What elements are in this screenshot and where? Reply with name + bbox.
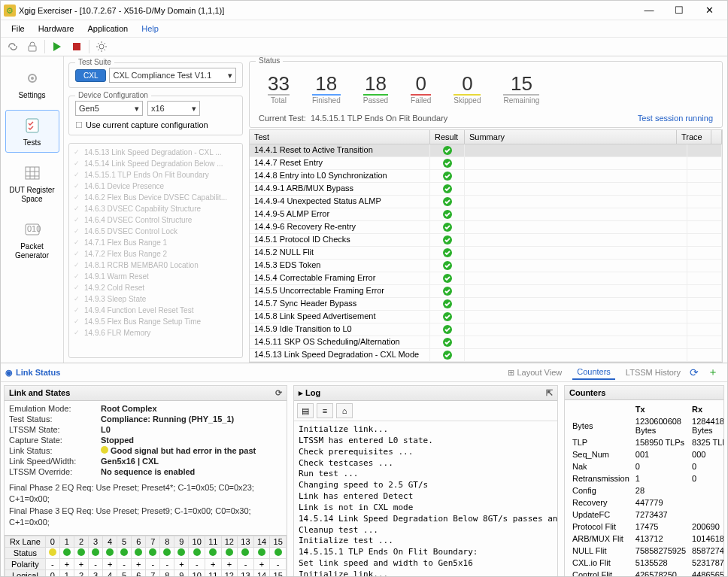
link-status-header: ◉ Link Status (5, 368, 60, 378)
log-body[interactable]: Initialize link... LTSSM has entered L0 … (294, 421, 557, 577)
test-case-item[interactable]: 14.5.14 Link Speed Degradation Below ... (72, 158, 239, 169)
refresh-icon[interactable]: ⟳ (685, 366, 703, 378)
col-tx: Tx (632, 403, 689, 415)
nav-tests[interactable]: Tests (5, 110, 59, 153)
table-row[interactable]: 14.5.11 SKP OS Scheduling/Alternation (250, 336, 722, 349)
log-clear-icon[interactable]: ▤ (297, 403, 314, 418)
layout-view-button[interactable]: ⊞ Layout View (503, 366, 566, 380)
link-icon[interactable] (5, 39, 20, 54)
suite-select-value: CXL Compliance Test V1.1 (113, 71, 211, 80)
counter-row: UpdateFC7273437 (569, 509, 723, 521)
table-row[interactable]: 14.4.9-4 Unexpected Status ALMP (250, 196, 722, 208)
test-suite-group: Test Suite CXL CXL Compliance Test V1.1▾ (68, 62, 243, 88)
lock-icon[interactable] (25, 39, 40, 54)
table-row[interactable]: 14.5.9 Idle Transition to L0 (250, 323, 722, 336)
svg-rect-4 (73, 43, 80, 50)
col-summary[interactable]: Summary (465, 130, 677, 144)
menu-file[interactable]: File (5, 23, 31, 35)
kv-key: Capture State: (9, 436, 98, 445)
minimize-button[interactable]: — (634, 2, 664, 20)
svg-point-5 (99, 44, 104, 49)
kv-val: Stopped (101, 436, 282, 445)
col-test[interactable]: Test (250, 130, 430, 144)
test-case-list[interactable]: 14.5.13 Link Speed Degradation - CXL ...… (68, 143, 243, 358)
log-scroll-icon[interactable]: ≡ (317, 403, 333, 418)
table-row[interactable]: 14.5.3 EDS Token (250, 260, 722, 272)
suite-mode-button[interactable]: CXL (75, 69, 106, 82)
maximize-button[interactable]: ☐ (664, 2, 694, 20)
table-row[interactable]: 14.5.8 Link Speed Advertisement (250, 311, 722, 323)
status-stat: 18Passed (363, 72, 388, 105)
test-case-item[interactable]: 14.9.4 Function Level Reset Test (72, 305, 239, 316)
counter-row: ARB/MUX Flit4137121014618 (569, 533, 723, 545)
kv-val: L0 (101, 425, 282, 434)
table-row[interactable]: 14.5.5 Uncorrectable Framing Error (250, 285, 722, 298)
panel-title: Link and States (9, 388, 70, 398)
test-case-item[interactable]: 14.7.2 Flex Bus Range 2 (72, 248, 239, 260)
test-case-item[interactable]: 14.6.2 Flex Bus Device DVSEC Capabilit..… (72, 192, 239, 203)
kv-val: No sequence is enabled (101, 467, 282, 476)
table-row[interactable]: 14.4.7 Reset Entry (250, 157, 722, 170)
test-case-item[interactable]: 14.9.5 Flex Bus Range Setup Time (72, 316, 239, 327)
svg-rect-9 (26, 167, 39, 179)
test-case-item[interactable]: 14.6.1 Device Presence (72, 181, 239, 192)
counter-row: Protocol Flit17475200690 (569, 521, 723, 533)
gear-icon[interactable] (94, 39, 109, 54)
stop-icon[interactable] (69, 39, 84, 54)
test-case-item[interactable]: 14.9.2 Cold Reset (72, 282, 239, 293)
status-stat: 0Skipped (453, 72, 481, 105)
test-case-item[interactable]: 14.5.13 Link Speed Degradation - CXL ... (72, 147, 239, 158)
use-capture-checkbox[interactable]: Use current capture configuration (75, 120, 236, 130)
test-case-item[interactable]: 14.9.3 Sleep State (72, 293, 239, 305)
col-trace[interactable]: Trace (677, 130, 711, 144)
close-button[interactable]: ✕ (694, 2, 724, 20)
nav-dut-register[interactable]: DUT Register Space (5, 157, 59, 209)
nav-label: Tests (23, 138, 41, 147)
table-row[interactable]: 14.5.1 Protocol ID Checks (250, 234, 722, 247)
col-result[interactable]: Result (430, 130, 465, 144)
counter-row: Nak00 (569, 460, 723, 472)
table-row[interactable]: 14.4.9-6 Recovery Re-entry (250, 221, 722, 234)
export-icon[interactable]: ⇱ (546, 388, 553, 398)
table-row[interactable]: 14.4.9-1 ARB/MUX Bypass (250, 183, 722, 196)
menu-help[interactable]: Help (135, 23, 165, 35)
test-case-item[interactable]: 14.7.1 Flex Bus Range 1 (72, 237, 239, 248)
kv-key: Emulation Mode: (9, 404, 98, 413)
menu-application[interactable]: Application (81, 23, 134, 35)
svg-text:⚙: ⚙ (6, 6, 14, 15)
eq-phase2: Final Phase 2 EQ Req: Use Preset; Preset… (9, 482, 282, 506)
table-row[interactable]: 14.4.8 Entry into L0 Synchronization (250, 170, 722, 183)
table-row[interactable]: 14.5.2 NULL Flit (250, 247, 722, 260)
test-case-item[interactable]: 14.6.3 DVSEC Capability Structure (72, 203, 239, 214)
status-group: Status 33Total18Finished18Passed0Failed0… (249, 61, 723, 128)
test-case-item[interactable]: 14.6.4 DVSEC Control Structure (72, 214, 239, 226)
counter-row: NULL Flit7585827592585872741776 (569, 545, 723, 557)
table-row[interactable]: 14.5.4 Correctable Framing Error (250, 272, 722, 285)
suite-select[interactable]: CXL Compliance Test V1.1▾ (109, 68, 236, 83)
width-select[interactable]: x16▾ (147, 101, 200, 116)
table-row[interactable]: 14.5.7 Sync Header Bypass (250, 298, 722, 311)
test-case-item[interactable]: 14.9.1 Warm Reset (72, 271, 239, 282)
signal-icon: ◉ (5, 368, 13, 378)
test-case-item[interactable]: 14.6.5 DVSEC Control Lock (72, 226, 239, 237)
gen-select[interactable]: Gen5▾ (75, 101, 143, 116)
counters-panel: Counters TxRx Bytes1230600608 Bytes12844… (564, 385, 724, 577)
log-home-icon[interactable]: ⌂ (336, 403, 353, 418)
test-case-item[interactable]: 14.8.1 RCRB MEMBAR0 Location (72, 260, 239, 271)
table-row[interactable]: 14.4.9-5 ALMP Error (250, 208, 722, 221)
add-icon[interactable]: ＋ (703, 366, 723, 379)
table-row[interactable]: 14.5.13 Link Speed Degradation - CXL Mod… (250, 349, 722, 362)
test-case-item[interactable]: 14.5.15.1 TLP Ends On Flit Boundary (72, 169, 239, 181)
tab-counters[interactable]: Counters (572, 365, 615, 380)
nav-label: Packet Generator (6, 242, 59, 260)
refresh-icon[interactable]: ⟳ (275, 388, 282, 398)
test-case-item[interactable]: 14.9.6 FLR Memory (72, 327, 239, 339)
menu-hardware[interactable]: Hardware (32, 23, 80, 35)
table-row[interactable]: 14.4.1 Reset to Active Transition (250, 144, 722, 157)
nav-settings[interactable]: Settings (5, 62, 59, 105)
play-icon[interactable] (50, 39, 65, 54)
tab-ltssm[interactable]: LTSSM History (621, 366, 685, 379)
current-test-label: Current Test: (259, 114, 306, 123)
status-stat: 33Total (268, 72, 290, 105)
nav-packet-gen[interactable]: 0101 Packet Generator (5, 214, 59, 266)
